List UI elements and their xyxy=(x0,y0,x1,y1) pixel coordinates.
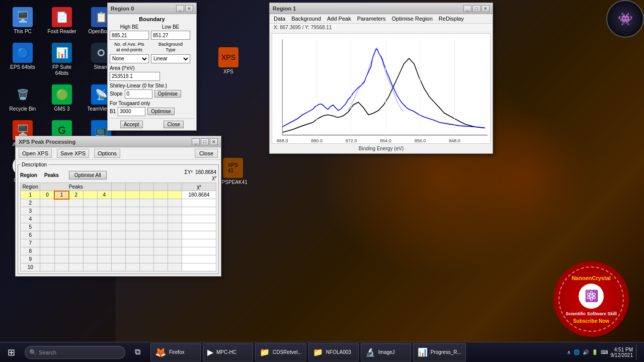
shirley-label: Shirley-Linear (0 for Shir.) xyxy=(110,83,194,88)
xps-maximize-btn[interactable]: □ xyxy=(201,138,209,145)
desktop-icon-label: Foxit Reader xyxy=(47,29,76,35)
desktop-icon-this-pc[interactable]: 🖥️ This PC xyxy=(5,5,40,37)
high-be-label: High BE xyxy=(110,24,149,30)
task-view-button[interactable]: ⧉ xyxy=(127,342,147,363)
b1-input[interactable] xyxy=(118,107,145,116)
show-desktop-button[interactable] xyxy=(636,345,639,360)
watermark-subtitle: Scientific Software Skill xyxy=(566,311,617,316)
steam-icon-label: Steam xyxy=(94,64,109,70)
desktop-icon-label: This PC xyxy=(14,29,32,35)
boundary-section-title: Boundary xyxy=(110,16,194,22)
desktop-icon-xpspeak[interactable]: XPS XPS xyxy=(216,45,240,77)
desktop-icon-fp-suite[interactable]: 📊 FP Suite 64bits xyxy=(44,41,79,78)
menu-data[interactable]: Data xyxy=(274,16,285,22)
optimise-slope-button[interactable]: Optimise xyxy=(154,90,181,98)
svg-text:864.0: 864.0 xyxy=(380,137,391,143)
xps-window-title: XPS Peak Processing xyxy=(19,139,75,145)
xps-close-btn[interactable]: ✕ xyxy=(210,138,218,145)
region-1-p0: 0 xyxy=(40,191,54,199)
region-1-p2: 2 xyxy=(69,191,83,199)
taskbar-app-imagej[interactable]: 🔬 ImageJ xyxy=(361,343,411,361)
close-button[interactable]: ✕ xyxy=(185,5,193,12)
taskbar-app-progress[interactable]: 📊 Progress_R... xyxy=(413,343,466,361)
slope-label: Slope xyxy=(110,91,123,97)
svg-text:872.0: 872.0 xyxy=(346,137,357,143)
network-icon[interactable]: 🌐 xyxy=(574,349,580,355)
taskbar-app-mpc[interactable]: ▶ MPC-HC xyxy=(203,343,253,361)
save-xps-button[interactable]: Save XPS xyxy=(57,149,89,158)
svg-text:848.0: 848.0 xyxy=(449,137,460,143)
taskbar-app-cds[interactable]: 📁 CDSRetvel... xyxy=(255,343,306,361)
start-button[interactable]: ⊞ xyxy=(0,342,23,363)
taskbar-apps: 🦊 Firefox ▶ MPC-HC 📁 CDSRetvel... 📁 NFOL… xyxy=(150,343,466,361)
volume-icon[interactable]: 🔊 xyxy=(583,349,589,355)
region1-window: Region 1 _ □ ✕ Data Background Add Peak … xyxy=(269,3,493,154)
svg-point-2 xyxy=(99,51,103,55)
area-label: Area (I*eV) xyxy=(110,65,194,71)
region-1-e3 xyxy=(139,191,153,199)
optimise-b1-button[interactable]: Optimise xyxy=(147,108,174,115)
sum-chi-label: ΣY² 180.8684 xyxy=(185,169,216,175)
table-row: 9 xyxy=(21,255,216,263)
open-xps-button[interactable]: Open XPS xyxy=(19,149,52,158)
low-be-input[interactable] xyxy=(151,31,190,40)
battery-icon[interactable]: 🔋 xyxy=(592,349,598,355)
boundary-window-title: Region 0 xyxy=(111,6,134,12)
background-type-select[interactable]: Linear xyxy=(151,54,190,63)
empty-header-1 xyxy=(112,183,126,191)
svg-text:888.0: 888.0 xyxy=(277,137,288,143)
boundary-titlebar[interactable]: Region 0 _ ✕ xyxy=(108,3,196,14)
region1-titlebar[interactable]: Region 1 _ □ ✕ xyxy=(270,3,493,14)
menu-redisplay[interactable]: ReDisplay xyxy=(439,16,464,22)
empty-header-5 xyxy=(168,183,182,191)
peaks-header: Peaks xyxy=(40,183,112,191)
desktop: 🖥️ This PC 📄 Foxit Reader 📋 OpenBoard 🔵 … xyxy=(0,0,644,362)
menu-background[interactable]: Background xyxy=(291,16,321,22)
region-1-e4 xyxy=(153,191,168,199)
region-1-e2 xyxy=(125,191,139,199)
menu-parameters[interactable]: Parameters xyxy=(357,16,386,22)
desktop-icon-foxit[interactable]: 📄 Foxit Reader xyxy=(44,5,79,37)
high-be-input[interactable] xyxy=(110,31,149,40)
close-boundary-button[interactable]: Close xyxy=(164,121,184,128)
no-ave-label: No. of Ave. Ptsat end-points xyxy=(110,42,149,53)
system-clock[interactable]: 4:51 PM 9/12/2021 xyxy=(611,347,633,358)
table-row: 7 xyxy=(21,239,216,247)
region1-close-btn[interactable]: ✕ xyxy=(481,5,490,12)
slope-input[interactable] xyxy=(125,89,152,99)
xps-peak-window: XPS Peak Processing _ □ ✕ Open XPS Save … xyxy=(15,136,221,277)
taskbar-search-box[interactable]: 🔍 Search xyxy=(25,346,125,359)
chi-squared-label: χ² xyxy=(185,175,216,180)
xps-titlebar[interactable]: XPS Peak Processing _ □ ✕ xyxy=(16,136,221,147)
table-row: 5 xyxy=(21,223,216,231)
menu-optimise-region[interactable]: Optimise Region xyxy=(392,16,433,22)
menu-add-peak[interactable]: Add Peak xyxy=(327,16,351,22)
region1-minimize-btn[interactable]: _ xyxy=(463,5,471,12)
desktop-icon-gms3[interactable]: 🟢 GMS 3 xyxy=(44,82,79,114)
taskbar-app-firefox[interactable]: 🦊 Firefox xyxy=(150,343,201,361)
region-1-e5 xyxy=(168,191,182,199)
minimize-button[interactable]: _ xyxy=(176,5,184,12)
empty-header-2 xyxy=(125,183,139,191)
region1-maximize-btn[interactable]: □ xyxy=(472,5,480,12)
taskbar-app-nfola[interactable]: 📁 NFOLA003 xyxy=(308,343,359,361)
peaks-col-header: Peaks xyxy=(44,172,59,178)
xps-close-menu-button[interactable]: Close xyxy=(195,149,218,158)
region-1-p3 xyxy=(83,191,97,199)
area-input[interactable] xyxy=(110,72,160,81)
keyboard-icon[interactable]: ⌨ xyxy=(601,349,608,355)
optimise-all-button[interactable]: Optimise All xyxy=(69,171,107,179)
table-row: 8 xyxy=(21,247,216,255)
taskbar: ⊞ 🔍 Search ⧉ 🦊 Firefox ▶ MPC-HC 📁 CDSRet… xyxy=(0,342,644,362)
none-select[interactable]: None xyxy=(110,54,149,63)
region-1-cell: 1 xyxy=(21,191,40,199)
show-hidden-icon[interactable]: ∧ xyxy=(567,349,571,355)
accept-button[interactable]: Accept xyxy=(120,121,143,128)
desktop-icon-recycle[interactable]: 🗑️ Recycle Bin xyxy=(5,82,40,114)
xps-minimize-btn[interactable]: _ xyxy=(192,138,200,145)
options-button[interactable]: Options xyxy=(94,149,120,158)
region1-window-title: Region 1 xyxy=(273,6,296,12)
taskbar-system-tray: ∧ 🌐 🔊 🔋 ⌨ 4:51 PM 9/12/2021 xyxy=(567,345,645,360)
desktop-icon-eps[interactable]: 🔵 EPS 64bits xyxy=(5,41,40,78)
watermark-cta: Subscribe Now xyxy=(566,318,617,324)
